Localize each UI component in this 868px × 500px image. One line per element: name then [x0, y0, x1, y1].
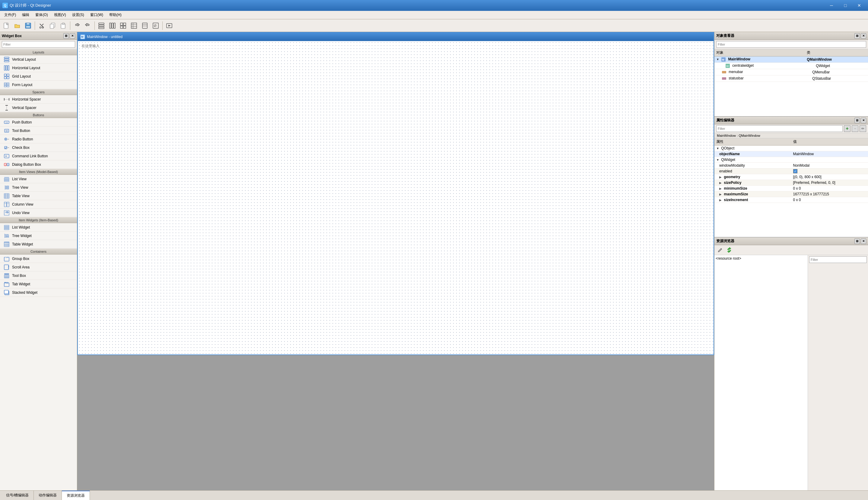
minimumsize-expand[interactable]: ▶	[719, 187, 722, 190]
widget-box-controls[interactable]: ⊞ ✕	[63, 33, 75, 39]
prop-section-qwidget-label[interactable]: ▼ QWidget	[714, 157, 868, 163]
obj-row-menubar[interactable]: menubar QMenuBar	[714, 69, 868, 76]
widget-tool-button[interactable]: Tool Button	[0, 126, 77, 135]
menu-view[interactable]: 视图(V)	[51, 11, 69, 19]
widget-undo-view[interactable]: Undo View	[0, 209, 77, 217]
prop-row-objectname[interactable]: objectName MainWindow	[714, 151, 868, 157]
title-bar-controls[interactable]: ─ □ ✕	[825, 1, 866, 10]
geometry-expand[interactable]: ▶	[719, 175, 722, 179]
tb-save[interactable]	[23, 21, 33, 31]
prop-val-objectname[interactable]: MainWindow	[791, 151, 868, 157]
prop-row-geometry[interactable]: ▶ geometry [(0, 0), 800 x 600]	[714, 174, 868, 180]
prop-val-minimumsize[interactable]: 0 x 0	[791, 186, 868, 191]
tab-signal-slot[interactable]: 信号/槽编辑器	[1, 491, 34, 500]
prop-section-qobject-label[interactable]: ▼ QObject	[714, 146, 868, 151]
widget-box-undock[interactable]: ⊞	[63, 33, 69, 39]
tb-paste[interactable]	[58, 21, 69, 31]
category-spacers[interactable]: Spacers	[0, 89, 77, 95]
obj-row-statusbar[interactable]: statusbar QStatusBar	[714, 76, 868, 82]
tb-redo[interactable]	[83, 21, 93, 31]
prop-filter-add-btn[interactable]: +	[844, 125, 851, 132]
widget-horizontal-layout[interactable]: Horizontal Layout	[0, 64, 77, 72]
tb-layout1[interactable]	[96, 21, 106, 31]
form-canvas[interactable]: 在这里输入	[78, 41, 714, 354]
prop-editor-controls[interactable]: ⊞ ✕	[854, 118, 866, 123]
minimize-button[interactable]: ─	[825, 1, 838, 10]
prop-row-sizeincrement[interactable]: ▶ sizeIncrement 0 x 0	[714, 197, 868, 203]
tb-preview[interactable]	[164, 21, 174, 31]
widget-grid-layout[interactable]: Grid Layout	[0, 72, 77, 81]
prop-editor-undock[interactable]: ⊞	[854, 118, 860, 123]
resource-edit-btn[interactable]	[716, 246, 724, 254]
resource-browser-controls[interactable]: ⊞ ✕	[854, 239, 866, 244]
sizeincrement-expand[interactable]: ▶	[719, 198, 722, 202]
widget-vertical-spacer[interactable]: Vertical Spacer	[0, 104, 77, 112]
tb-layout6[interactable]: Ø	[151, 21, 161, 31]
widget-vertical-layout[interactable]: Vertical Layout	[0, 55, 77, 64]
category-buttons[interactable]: Buttons	[0, 112, 77, 118]
maximize-button[interactable]: □	[839, 1, 852, 10]
prop-filter-edit-btn[interactable]: ✏	[859, 125, 866, 132]
widget-tree-widget[interactable]: Tree Widget	[0, 231, 77, 240]
prop-row-minimumsize[interactable]: ▶ minimumSize 0 x 0	[714, 186, 868, 191]
menu-settings[interactable]: 设置(S)	[69, 11, 87, 19]
tb-layout4[interactable]	[129, 21, 139, 31]
widget-table-widget[interactable]: Table Widget	[0, 240, 77, 249]
qobject-expand-arrow[interactable]: ▼	[716, 147, 719, 150]
obj-inspector-controls[interactable]: ⊞ ✕	[854, 33, 866, 39]
widget-group-box[interactable]: Grp Group Box	[0, 254, 77, 263]
widget-horizontal-spacer[interactable]: Horizontal Spacer	[0, 95, 77, 104]
obj-row-centralwidget[interactable]: W centralwidget QWidget	[714, 63, 868, 69]
close-button[interactable]: ✕	[853, 1, 866, 10]
widget-push-button[interactable]: OK Push Button	[0, 118, 77, 126]
prop-row-enabled[interactable]: enabled	[714, 169, 868, 174]
tb-layout3[interactable]	[118, 21, 128, 31]
tb-cut[interactable]	[36, 21, 47, 31]
tb-layout2[interactable]	[107, 21, 117, 31]
maximumsize-expand[interactable]: ▶	[719, 193, 722, 196]
prop-val-geometry[interactable]: [(0, 0), 800 x 600]	[791, 174, 868, 180]
resource-browser-undock[interactable]: ⊞	[854, 239, 860, 244]
tb-copy[interactable]	[47, 21, 58, 31]
resource-filter-input[interactable]	[809, 256, 867, 263]
prop-section-qobject[interactable]: ▼ QObject	[714, 146, 868, 151]
menu-file[interactable]: 文件(F)	[1, 11, 19, 19]
category-item-widgets[interactable]: Item Widgets (Item-Based)	[0, 217, 77, 223]
resource-refresh-btn[interactable]	[725, 246, 733, 254]
prop-row-maximumsize[interactable]: ▶ maximumSize 16777215 x 16777215	[714, 191, 868, 197]
prop-val-windowmodality[interactable]: NonModal	[791, 163, 868, 169]
widget-column-view[interactable]: Column View	[0, 200, 77, 209]
widget-list-view[interactable]: List View	[0, 175, 77, 183]
prop-editor-close[interactable]: ✕	[861, 118, 866, 123]
prop-filter-minus-btn[interactable]: −	[852, 125, 858, 132]
prop-row-windowmodality[interactable]: windowModality NonModal	[714, 163, 868, 169]
enabled-checkbox[interactable]	[793, 169, 797, 173]
widget-list-widget[interactable]: List Widget	[0, 223, 77, 231]
tb-open[interactable]	[12, 21, 22, 31]
tb-layout5[interactable]	[140, 21, 150, 31]
widget-radio-button[interactable]: Radio Button	[0, 135, 77, 144]
menu-edit[interactable]: 编辑	[19, 11, 32, 19]
obj-inspector-filter-input[interactable]	[716, 41, 866, 48]
tab-resource-browser[interactable]: 资源浏览器	[62, 491, 90, 500]
prop-val-enabled[interactable]	[791, 169, 868, 174]
widget-box-close[interactable]: ✕	[70, 33, 75, 39]
category-item-views[interactable]: Item Views (Model-Based)	[0, 169, 77, 175]
category-layouts[interactable]: Layouts	[0, 49, 77, 55]
menu-help[interactable]: 帮助(H)	[106, 11, 125, 19]
prop-val-sizepolicy[interactable]: [Preferred, Preferred, 0, 0]	[791, 180, 868, 186]
category-containers[interactable]: Containers	[0, 249, 77, 254]
widget-dialog-button-box[interactable]: ✕OK Dialog Button Box	[0, 160, 77, 169]
sizepolicy-expand[interactable]: ▶	[719, 181, 722, 184]
prop-val-maximumsize[interactable]: 16777215 x 16777215	[791, 191, 868, 197]
widget-box-filter-input[interactable]	[2, 41, 75, 48]
widget-check-box[interactable]: Check Box	[0, 144, 77, 152]
obj-inspector-undock[interactable]: ⊞	[854, 33, 860, 39]
prop-val-sizeincrement[interactable]: 0 x 0	[791, 197, 868, 203]
resource-browser-close[interactable]: ✕	[861, 239, 866, 244]
widget-command-link-button[interactable]: Command Link Button	[0, 152, 77, 160]
prop-section-qwidget[interactable]: ▼ QWidget	[714, 157, 868, 163]
menu-form[interactable]: 窗体(O)	[32, 11, 51, 19]
tb-undo[interactable]	[72, 21, 82, 31]
widget-tree-view[interactable]: Tree View	[0, 183, 77, 192]
